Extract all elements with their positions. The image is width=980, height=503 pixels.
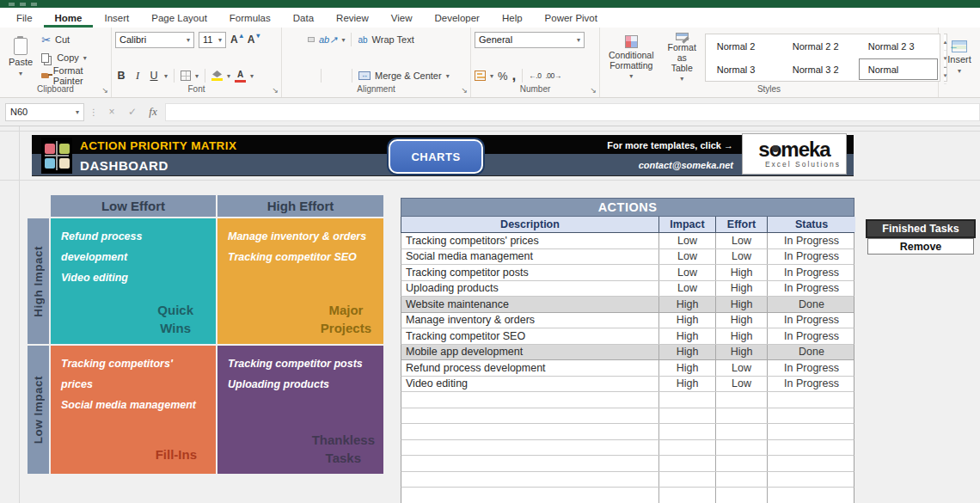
cell-empty[interactable]: [768, 392, 855, 408]
cell-impact[interactable]: Low: [659, 249, 716, 265]
accounting-format-button[interactable]: [475, 71, 486, 81]
cell-style-option[interactable]: Normal: [859, 58, 938, 80]
cell-effort[interactable]: High: [716, 313, 768, 328]
cell-impact[interactable]: High: [659, 328, 716, 344]
cell-empty[interactable]: [401, 392, 659, 408]
ribbon-tab[interactable]: Insert: [93, 8, 140, 28]
cell-status[interactable]: In Progress: [768, 249, 855, 265]
cell-empty[interactable]: [401, 472, 659, 488]
cell-effort[interactable]: Low: [716, 360, 768, 376]
alignment-dialog-launcher[interactable]: ↘: [461, 86, 468, 95]
table-row-empty[interactable]: [401, 472, 854, 488]
cell-description[interactable]: Manage inventory & orders: [401, 313, 659, 328]
ribbon-tab[interactable]: Developer: [424, 8, 491, 28]
align-center-button[interactable]: [297, 73, 303, 78]
align-right-button[interactable]: [308, 73, 315, 78]
cell-effort[interactable]: Low: [716, 249, 768, 265]
cell-description[interactable]: Mobile app development: [401, 345, 659, 360]
align-middle-button[interactable]: [297, 37, 303, 42]
table-row[interactable]: Website maintenance High High Done: [401, 297, 854, 313]
merge-center-button[interactable]: Merge & Center: [375, 71, 442, 81]
cell-empty[interactable]: [659, 408, 716, 424]
orientation-button[interactable]: ab↗: [319, 34, 337, 46]
cell-style-option[interactable]: Normal 2 3: [859, 35, 938, 57]
cell-impact[interactable]: High: [659, 360, 716, 376]
table-row[interactable]: Tracking competitors' prices Low Low In …: [401, 233, 854, 249]
cell-effort[interactable]: High: [716, 328, 768, 344]
cell-status[interactable]: Done: [768, 345, 855, 360]
cell-effort[interactable]: High: [716, 345, 768, 360]
cancel-icon[interactable]: ×: [103, 106, 120, 118]
cell-style-option[interactable]: Normal 2 2: [783, 35, 855, 57]
table-row-empty[interactable]: [401, 440, 854, 457]
increase-decimal-button[interactable]: ←.0: [529, 71, 541, 80]
cell-status[interactable]: In Progress: [768, 360, 855, 376]
table-row[interactable]: Mobile app development High High Done: [401, 345, 854, 361]
enter-icon[interactable]: ✓: [124, 106, 141, 118]
cell-impact[interactable]: High: [659, 377, 716, 392]
increase-font-size-button[interactable]: A▴: [230, 34, 243, 46]
font-color-button[interactable]: A: [235, 70, 246, 83]
cell-status[interactable]: In Progress: [768, 281, 855, 297]
cell-empty[interactable]: [659, 440, 716, 456]
number-format-select[interactable]: General ▾: [475, 32, 585, 48]
align-top-button[interactable]: [285, 37, 292, 42]
quick-access-icon[interactable]: [9, 3, 15, 6]
table-row[interactable]: Tracking competitor SEO High High In Pro…: [401, 328, 854, 345]
insert-function-icon[interactable]: fx: [144, 105, 162, 119]
ribbon-tab[interactable]: Power Pivot: [534, 8, 609, 28]
cell-impact[interactable]: High: [659, 297, 716, 312]
charts-button[interactable]: CHARTS: [389, 139, 483, 174]
ribbon-tab[interactable]: Page Layout: [140, 8, 218, 28]
cell-effort[interactable]: High: [716, 297, 768, 312]
cell-status[interactable]: Done: [768, 297, 855, 312]
paste-button[interactable]: Paste ▾: [3, 31, 38, 84]
table-row[interactable]: Video editing High Low In Progress: [401, 377, 854, 393]
font-dialog-launcher[interactable]: ↘: [272, 86, 279, 95]
cell-impact[interactable]: Low: [659, 265, 716, 280]
cut-button[interactable]: ✂ Cut: [41, 31, 107, 48]
cell-effort[interactable]: Low: [716, 377, 768, 392]
borders-button[interactable]: [181, 71, 191, 81]
cell-description[interactable]: Tracking competitor SEO: [401, 328, 659, 344]
font-size-select[interactable]: 11 ▾: [199, 32, 226, 48]
cell-empty[interactable]: [401, 424, 659, 439]
table-row[interactable]: Tracking competitor posts Low High In Pr…: [401, 265, 854, 281]
cell-description[interactable]: Tracking competitor posts: [401, 265, 659, 280]
table-row-empty[interactable]: [401, 408, 854, 425]
cell-effort[interactable]: High: [716, 265, 768, 280]
cell-empty[interactable]: [659, 472, 716, 488]
cell-empty[interactable]: [401, 456, 659, 471]
cell-status[interactable]: In Progress: [768, 313, 855, 328]
someka-logo[interactable]: someka Excel Solutions: [742, 133, 847, 175]
cell-empty[interactable]: [659, 456, 716, 471]
cell-style-option[interactable]: Normal 3: [707, 58, 780, 80]
clipboard-dialog-launcher[interactable]: ↘: [101, 86, 108, 95]
table-row[interactable]: Uploading products Low High In Progress: [401, 281, 854, 298]
cell-empty[interactable]: [401, 488, 659, 503]
cell-status[interactable]: In Progress: [768, 328, 855, 344]
cell-description[interactable]: Refund process development: [401, 360, 659, 376]
cell-empty[interactable]: [768, 456, 855, 471]
cell-empty[interactable]: [716, 392, 768, 408]
cell-empty[interactable]: [716, 440, 768, 456]
cell-effort[interactable]: High: [716, 281, 768, 297]
cell-empty[interactable]: [768, 424, 855, 439]
cell-empty[interactable]: [716, 488, 768, 503]
underline-button[interactable]: U: [148, 70, 160, 82]
table-row[interactable]: Refund process development High Low In P…: [401, 360, 854, 377]
table-row-empty[interactable]: [401, 392, 854, 408]
cell-impact[interactable]: Low: [659, 233, 716, 248]
cell-empty[interactable]: [716, 456, 768, 471]
contact-email[interactable]: contact@someka.net: [639, 157, 733, 174]
cell-empty[interactable]: [768, 488, 855, 503]
font-name-select[interactable]: Calibri ▾: [115, 32, 194, 48]
number-dialog-launcher[interactable]: ↘: [590, 86, 597, 95]
ribbon-tab[interactable]: Help: [491, 8, 534, 28]
cell-empty[interactable]: [716, 424, 768, 439]
decrease-decimal-button[interactable]: .00→: [545, 71, 560, 80]
conditional-formatting-button[interactable]: Conditional Formatting ▾: [603, 31, 659, 84]
cell-description[interactable]: Tracking competitors' prices: [401, 233, 659, 248]
cell-description[interactable]: Video editing: [401, 377, 659, 392]
cell-impact[interactable]: Low: [659, 281, 716, 297]
